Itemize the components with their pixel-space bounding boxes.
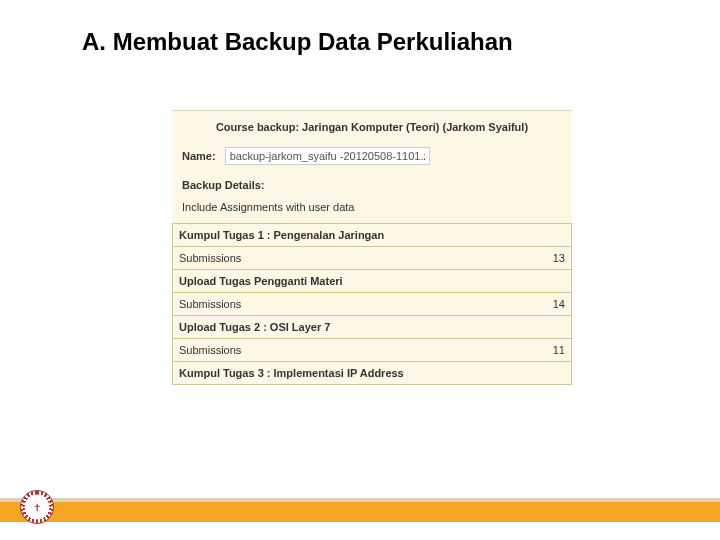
include-assignments-label: Include Assignments with user data (172, 201, 572, 223)
table-row: Upload Tugas Pengganti Materi (173, 270, 572, 293)
submissions-label: Submissions (173, 293, 540, 316)
slide-title: A. Membuat Backup Data Perkuliahan (82, 28, 513, 56)
submissions-label: Submissions (173, 247, 540, 270)
assignment-header: Kumpul Tugas 3 : Implementasi IP Address (173, 362, 572, 385)
backup-name-input[interactable] (225, 147, 430, 165)
table-row: Kumpul Tugas 1 : Pengenalan Jaringan (173, 224, 572, 247)
assignment-header: Upload Tugas 2 : OSI Layer 7 (173, 316, 572, 339)
backup-details-label: Backup Details: (172, 179, 572, 201)
table-row: Upload Tugas 2 : OSI Layer 7 (173, 316, 572, 339)
slide-footer (0, 498, 720, 526)
submissions-count: 13 (539, 247, 571, 270)
assignment-header: Kumpul Tugas 1 : Pengenalan Jaringan (173, 224, 572, 247)
institution-logo-icon (20, 490, 54, 524)
footer-bar-orange (0, 502, 720, 522)
submissions-count: 14 (539, 293, 571, 316)
assignments-table: Kumpul Tugas 1 : Pengenalan JaringanSubm… (172, 223, 572, 385)
name-label: Name: (182, 150, 216, 162)
course-backup-heading: Course backup: Jaringan Komputer (Teori)… (172, 111, 572, 147)
table-row: Kumpul Tugas 3 : Implementasi IP Address (173, 362, 572, 385)
submissions-label: Submissions (173, 339, 540, 362)
backup-panel: Course backup: Jaringan Komputer (Teori)… (172, 110, 572, 385)
table-row: Submissions13 (173, 247, 572, 270)
table-row: Submissions11 (173, 339, 572, 362)
assignment-header: Upload Tugas Pengganti Materi (173, 270, 572, 293)
name-row: Name: (172, 147, 572, 179)
submissions-count: 11 (539, 339, 571, 362)
table-row: Submissions14 (173, 293, 572, 316)
